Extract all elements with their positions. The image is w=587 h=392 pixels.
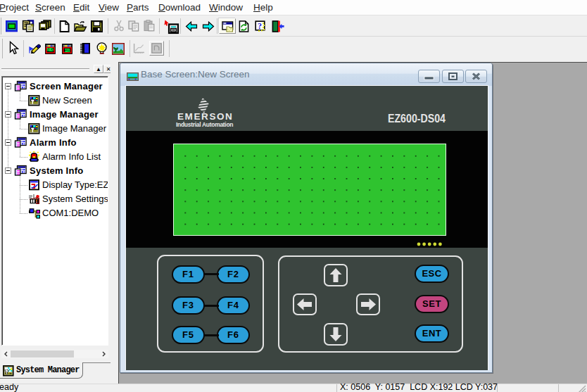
svg-text:MSG: MSG	[47, 47, 54, 52]
svg-text:123: 123	[64, 47, 70, 53]
svg-text:?: ?	[258, 21, 262, 31]
